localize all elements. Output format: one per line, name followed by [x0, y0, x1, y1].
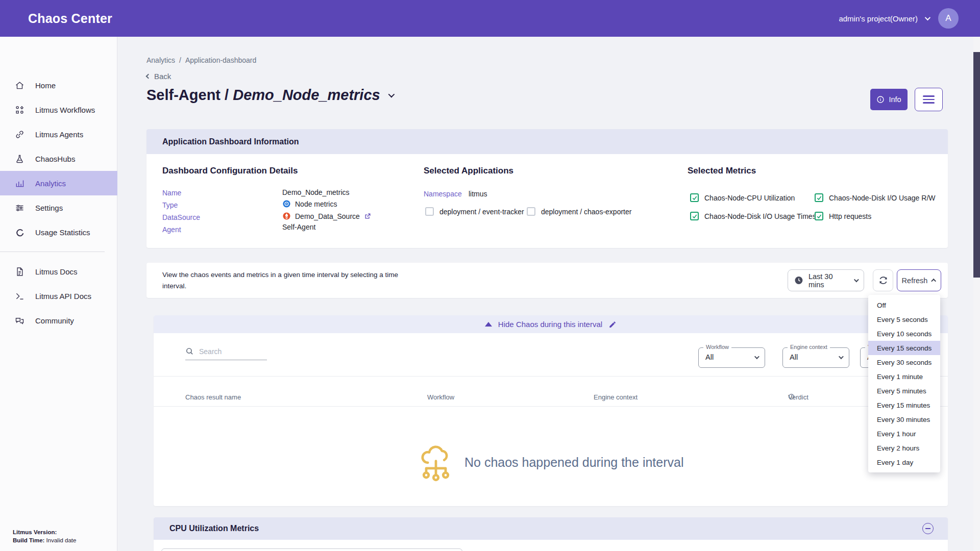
sidebar-item-litmus-agents[interactable]: Litmus Agents [0, 122, 117, 146]
application-checkbox-event-tracker[interactable]: deployment / event-tracker [425, 207, 524, 216]
metric-checkbox-http-requests[interactable]: Http requests [815, 212, 871, 220]
sidebar-item-label: Litmus Agents [35, 130, 83, 139]
build-time-value: Invalid date [46, 537, 77, 543]
refresh-now-button[interactable] [873, 269, 893, 291]
page-scrollbar[interactable] [973, 37, 980, 551]
metric-checkbox-disk-io-times[interactable]: Chaos-Node-Disk I/O Usage Times [690, 212, 816, 220]
refresh-option-15m[interactable]: Every 15 minutes [868, 398, 940, 412]
selected-metrics-title: Selected Metrics [688, 166, 756, 176]
workflow-filter-label: Workflow [703, 344, 731, 350]
refresh-option-2h[interactable]: Every 2 hours [868, 441, 940, 455]
hide-chaos-toggle[interactable]: Hide Chaos during this interval [154, 315, 948, 333]
breadcrumb-application-dashboard[interactable]: Application-dashboard [185, 56, 256, 64]
namespace-value: litmus [469, 190, 487, 198]
info-button[interactable]: Info [870, 89, 908, 110]
home-icon [14, 80, 25, 91]
refresh-option-1m[interactable]: Every 1 minute [868, 369, 940, 384]
refresh-option-5s[interactable]: Every 5 seconds [868, 312, 940, 327]
metric-checkbox-disk-io-rw[interactable]: Chaos-Node-Disk I/O Usage R/W [815, 193, 936, 202]
refresh-option-30m[interactable]: Every 30 minutes [868, 412, 940, 427]
usage-statistics-icon [14, 227, 25, 238]
workflow-filter-value: All [705, 353, 714, 361]
sidebar-item-label: Home [35, 81, 56, 90]
cpu-utilization-panel: CPU Utilization Metrics [154, 517, 948, 551]
project-switcher[interactable]: admin's project(Owner) [839, 14, 929, 23]
engine-context-filter[interactable]: Engine context All [782, 347, 849, 368]
metric-checkbox-cpu-utilization[interactable]: Chaos-Node-CPU Utilization [690, 193, 795, 202]
refresh-option-15s[interactable]: Every 15 seconds [868, 341, 940, 355]
application-checkbox-chaos-exporter[interactable]: deployment / chaos-exporter [527, 207, 631, 216]
breadcrumb: Analytics / Application-dashboard [146, 56, 256, 64]
panel-title: Application Dashboard Information [162, 137, 299, 146]
refresh-option-5m[interactable]: Every 5 minutes [868, 384, 940, 398]
chaos-center-app: Chaos Center admin's project(Owner) A Ho… [0, 0, 980, 551]
page-title-dashboard-name: Demo_Node_metrics [233, 87, 380, 103]
sidebar-item-home[interactable]: Home [0, 73, 117, 97]
sidebar-item-label: ChaosHubs [35, 155, 75, 163]
sidebar-item-settings[interactable]: Settings [0, 195, 117, 220]
edit-pencil-icon[interactable] [608, 320, 617, 329]
chevron-down-icon [754, 354, 760, 359]
search-input[interactable] [199, 347, 255, 356]
breadcrumb-separator: / [179, 56, 181, 64]
analytics-icon [14, 178, 25, 189]
config-label-type: Type [162, 201, 178, 209]
refresh-option-30s[interactable]: Every 30 seconds [868, 355, 940, 369]
search-icon [185, 347, 194, 356]
refresh-option-10s[interactable]: Every 10 seconds [868, 327, 940, 341]
avatar[interactable]: A [938, 8, 959, 29]
column-chaos-result-name: Chaos result name [185, 393, 241, 401]
divider [154, 376, 948, 377]
chaos-interval-panel: Hide Chaos during this interval Workflow… [154, 315, 948, 506]
empty-message: No chaos happened during the interval [464, 455, 683, 470]
engine-context-filter-label: Engine context [788, 344, 830, 350]
checkbox-unchecked-icon[interactable] [425, 207, 434, 216]
page-title-agent: Self-Agent / [146, 87, 229, 103]
sidebar-item-label: Community [35, 316, 74, 325]
checkbox-checked-icon[interactable] [815, 193, 823, 202]
config-value-agent: Self-Agent [282, 223, 315, 231]
breadcrumb-analytics[interactable]: Analytics [146, 56, 175, 64]
time-range-select[interactable]: Last 30 mins [788, 269, 864, 291]
sidebar-item-litmus-api-docs[interactable]: Litmus API Docs [0, 284, 117, 308]
external-link-icon[interactable] [364, 212, 372, 220]
workflow-filter[interactable]: Workflow All [698, 347, 765, 368]
checkbox-checked-icon[interactable] [690, 193, 699, 202]
checkbox-checked-icon[interactable] [690, 212, 699, 220]
agents-icon [14, 129, 25, 140]
search-field[interactable] [185, 347, 267, 360]
build-time-label: Build Time: [13, 537, 44, 543]
refresh-button-label: Refresh [902, 277, 928, 285]
panel-header: Application Dashboard Information [146, 129, 948, 154]
column-engine-context: Engine context [594, 393, 638, 401]
refresh-interval-menu: Off Every 5 seconds Every 10 seconds Eve… [868, 295, 940, 472]
refresh-option-off[interactable]: Off [868, 298, 940, 312]
config-label-name: Name [162, 189, 181, 197]
sidebar-item-community[interactable]: Community [0, 308, 117, 333]
clock-icon [794, 276, 803, 285]
sidebar-item-label: Analytics [35, 179, 66, 188]
back-button[interactable]: Back [146, 72, 171, 81]
column-verdict: Verdict [788, 393, 795, 400]
sidebar-item-litmus-workflows[interactable]: Litmus Workflows [0, 97, 117, 122]
project-switcher-label: admin's project(Owner) [839, 14, 918, 23]
title-chevron-down-icon[interactable] [388, 91, 395, 98]
refresh-option-1d[interactable]: Every 1 day [868, 455, 940, 469]
checkbox-checked-icon[interactable] [815, 212, 823, 220]
sidebar-item-chaoshubs[interactable]: ChaosHubs [0, 146, 117, 171]
checkbox-unchecked-icon[interactable] [527, 207, 535, 216]
collapse-minus-icon[interactable] [922, 523, 934, 534]
cpu-panel-title: CPU Utilization Metrics [169, 524, 259, 533]
sidebar-item-litmus-docs[interactable]: Litmus Docs [0, 259, 117, 284]
sidebar-item-usage-statistics[interactable]: Usage Statistics [0, 220, 117, 244]
scrollbar-thumb[interactable] [973, 52, 980, 278]
cloud-network-icon [416, 438, 455, 487]
chevron-down-icon [839, 354, 844, 359]
hide-chaos-label: Hide Chaos during this interval [498, 320, 602, 329]
chevron-down-icon [925, 15, 930, 20]
refresh-interval-button[interactable]: Refresh [897, 269, 941, 291]
refresh-option-1h[interactable]: Every 1 hour [868, 427, 940, 441]
sidebar-item-analytics[interactable]: Analytics [0, 171, 117, 195]
config-value-datasource: Demo_Data_Source [282, 212, 372, 220]
dashboard-menu-button[interactable] [915, 88, 943, 111]
